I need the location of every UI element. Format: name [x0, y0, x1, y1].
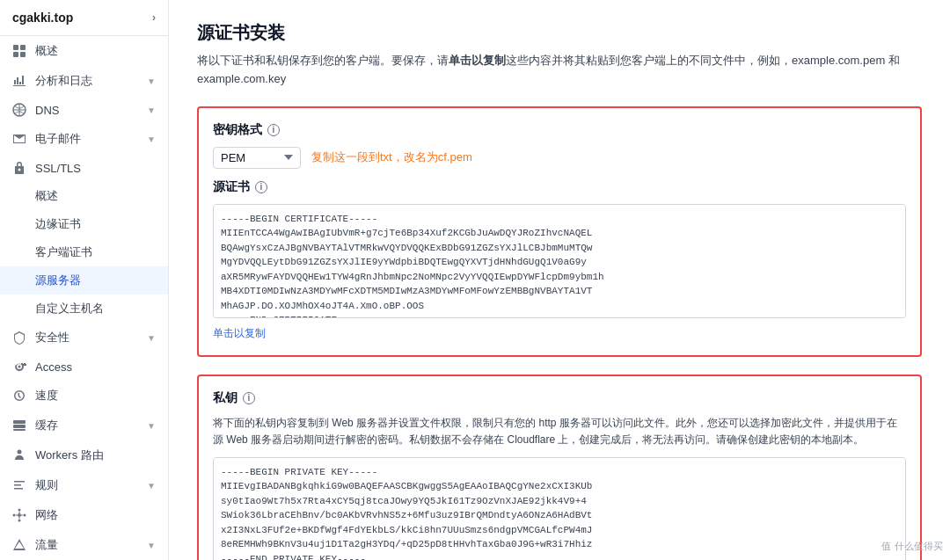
chart-icon: [12, 74, 26, 88]
workers-icon: [12, 448, 26, 462]
sidebar-item-label: SSL/TLS: [35, 162, 81, 175]
desc-before: 将以下证书和私钥保存到您的客户端。要保存，请: [197, 54, 449, 67]
expand-icon: ▼: [147, 421, 156, 431]
privkey-textarea[interactable]: [213, 457, 906, 560]
expand-icon: ▼: [147, 481, 156, 491]
svg-point-9: [18, 513, 21, 517]
expand-icon: ▼: [147, 76, 156, 86]
speed-icon: [12, 389, 26, 403]
traffic-icon: [12, 538, 26, 552]
email-icon: [12, 132, 26, 146]
page-description: 将以下证书和私钥保存到您的客户端。要保存，请单击以复制这些内容并将其粘贴到您客户…: [197, 52, 922, 89]
svg-rect-1: [20, 45, 26, 50]
grid-icon: [12, 44, 26, 58]
sidebar-item-cache[interactable]: 缓存 ▼: [0, 411, 168, 440]
svg-rect-6: [13, 425, 26, 428]
sidebar-item-access[interactable]: Access: [0, 353, 168, 381]
sidebar-item-security[interactable]: 安全性 ▼: [0, 323, 168, 353]
sidebar-sub-label: 客户端证书: [35, 244, 92, 260]
source-cert-label: 源证书 i: [213, 179, 906, 195]
sidebar-sub-label: 边缘证书: [35, 216, 81, 232]
sidebar-item-dns[interactable]: DNS ▼: [0, 96, 168, 124]
svg-point-10: [13, 514, 16, 517]
svg-point-13: [18, 520, 21, 522]
sidebar-sub-label: 源服务器: [35, 273, 81, 288]
cert-copy-hint: 复制这一段到txt，改名为cf.pem: [311, 149, 472, 165]
sidebar-item-label: 速度: [35, 388, 58, 404]
sidebar-item-network[interactable]: 网络: [0, 500, 168, 530]
source-cert-info-icon[interactable]: i: [255, 181, 267, 193]
privkey-label: 私钥 i: [213, 390, 906, 406]
privkey-section-box: 私钥 i 将下面的私钥内容复制到 Web 服务器并设置文件权限，限制只有您的 h…: [197, 375, 922, 560]
site-name: cgakki.top: [12, 11, 73, 25]
privkey-text: 私钥: [213, 390, 238, 406]
access-icon: [12, 360, 26, 374]
sidebar-item-label: 网络: [35, 507, 58, 523]
sidebar-sub-ssl-custom[interactable]: 自定义主机名: [0, 295, 168, 323]
dns-icon: [12, 103, 26, 117]
expand-icon: ▼: [147, 135, 156, 144]
lock-icon: [12, 161, 26, 175]
key-format-label: 密钥格式 i: [213, 122, 906, 138]
logo-arrow-icon: ›: [152, 11, 156, 24]
shield-icon: [12, 331, 26, 345]
desc-bold: 单击以复制: [449, 54, 506, 67]
expand-icon: ▼: [147, 333, 156, 343]
watermark: 值 什么值得买: [881, 540, 943, 553]
page-title: 源证书安装: [197, 21, 922, 45]
svg-rect-7: [13, 429, 26, 431]
sidebar-item-speed[interactable]: 速度: [0, 381, 168, 411]
sidebar-item-ssl[interactable]: SSL/TLS: [0, 154, 168, 182]
sidebar: cgakki.top › 概述 分析和日志 ▼ DNS ▼ 电子邮件 ▼: [0, 0, 169, 560]
svg-point-12: [18, 509, 21, 512]
sidebar-item-label: 分析和日志: [35, 73, 92, 89]
sidebar-item-label: 概述: [35, 43, 58, 59]
sidebar-item-traffic[interactable]: 流量 ▼: [0, 530, 168, 560]
sidebar-item-label: Access: [35, 360, 72, 374]
cache-icon: [12, 418, 26, 433]
svg-rect-5: [13, 420, 26, 424]
svg-point-11: [24, 514, 26, 517]
sidebar-item-label: Workers 路由: [35, 447, 104, 463]
svg-rect-0: [13, 45, 18, 50]
pem-select[interactable]: PEM PKCS#7 DER: [213, 147, 301, 169]
sidebar-item-label: 安全性: [35, 330, 69, 345]
sidebar-item-label: 流量: [35, 537, 58, 553]
sidebar-sub-ssl-origin[interactable]: 源服务器: [0, 266, 168, 295]
sidebar-item-workers[interactable]: Workers 路由: [0, 440, 168, 470]
sidebar-item-label: 缓存: [35, 418, 58, 433]
sidebar-item-rules[interactable]: 规则 ▼: [0, 470, 168, 500]
sidebar-sub-label: 自定义主机名: [35, 301, 104, 316]
sidebar-logo[interactable]: cgakki.top ›: [0, 0, 168, 36]
privkey-info-icon[interactable]: i: [243, 392, 255, 404]
sidebar-sub-label: 概述: [35, 188, 58, 204]
sidebar-sub-ssl-overview[interactable]: 概述: [0, 182, 168, 210]
sidebar-item-label: 规则: [35, 477, 58, 493]
cert-textarea[interactable]: [213, 204, 906, 318]
key-format-text: 密钥格式: [213, 122, 262, 138]
svg-rect-2: [13, 52, 18, 57]
watermark-icon: 值: [881, 540, 891, 553]
source-cert-text: 源证书: [213, 179, 250, 195]
sidebar-item-label: 电子邮件: [35, 131, 81, 147]
sidebar-item-label: DNS: [35, 104, 59, 117]
rules-icon: [12, 478, 26, 492]
watermark-text: 什么值得买: [895, 540, 943, 553]
svg-point-8: [18, 450, 22, 455]
sidebar-sub-ssl-edge[interactable]: 边缘证书: [0, 210, 168, 238]
sidebar-sub-ssl-client[interactable]: 客户端证书: [0, 238, 168, 266]
sidebar-item-email[interactable]: 电子邮件 ▼: [0, 124, 168, 154]
network-icon: [12, 508, 26, 522]
cert-copy-link[interactable]: 单击以复制: [213, 326, 266, 341]
expand-icon: ▼: [147, 541, 156, 550]
pem-row: PEM PKCS#7 DER 复制这一段到txt，改名为cf.pem: [213, 147, 906, 169]
sidebar-item-overview[interactable]: 概述: [0, 36, 168, 66]
key-format-info-icon[interactable]: i: [267, 124, 280, 136]
privkey-description: 将下面的私钥内容复制到 Web 服务器并设置文件权限，限制只有您的 http 服…: [213, 415, 906, 448]
sidebar-item-analytics[interactable]: 分析和日志 ▼: [0, 66, 168, 96]
main-content: 源证书安装 将以下证书和私钥保存到您的客户端。要保存，请单击以复制这些内容并将其…: [169, 0, 950, 560]
cert-section-box: 密钥格式 i PEM PKCS#7 DER 复制这一段到txt，改名为cf.pe…: [197, 106, 922, 357]
expand-icon: ▼: [147, 105, 156, 115]
svg-rect-3: [20, 52, 26, 57]
